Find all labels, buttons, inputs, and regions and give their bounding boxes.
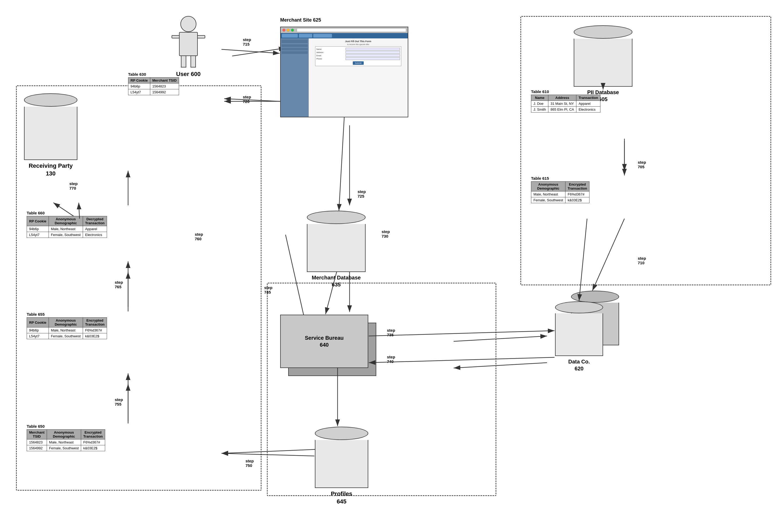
step-755-label: step755 bbox=[115, 397, 123, 406]
table-615: Table 615 AnonymousDemographic Encrypted… bbox=[531, 176, 589, 203]
user-node: User 600 bbox=[176, 16, 201, 78]
merchant-site-screenshot: Just Fill Out This Form to receive this … bbox=[280, 27, 408, 117]
step-745-label: step745 bbox=[264, 285, 273, 294]
right-dashed-box bbox=[520, 16, 771, 285]
diagram: User 600 Merchant Site 625 bbox=[0, 0, 784, 532]
merchant-database-cylinder: Merchant Database635 bbox=[307, 211, 366, 288]
step-710-label: step710 bbox=[638, 256, 646, 265]
svg-line-1 bbox=[232, 48, 285, 56]
receiving-party-cylinder: Receiving Party130 bbox=[24, 93, 77, 177]
step-720-label: step720 bbox=[243, 95, 251, 104]
merchant-site-label: Merchant Site 625 bbox=[280, 17, 321, 23]
table-655: Table 655 RP Cookie AnonymousDemographic… bbox=[27, 312, 107, 339]
step-770-label: step770 bbox=[69, 181, 78, 190]
user-label: User 600 bbox=[176, 71, 201, 78]
step-765-label: step765 bbox=[115, 280, 123, 289]
step-725-label: step725 bbox=[358, 189, 366, 198]
table-630: Table 630 RP Cookie Merchant TSID 94b6p1… bbox=[128, 72, 179, 95]
step-760-label: step760 bbox=[195, 232, 203, 241]
svg-line-16 bbox=[222, 49, 280, 53]
service-bureau-label: Service Bureau640 bbox=[305, 334, 344, 348]
step-730-label: step730 bbox=[382, 229, 390, 238]
step-715-label: step715 bbox=[243, 37, 251, 47]
table-660: Table 660 RP Cookie AnonymousDemographic… bbox=[27, 211, 107, 238]
table-610: Table 610 Name Address Transaction J. Do… bbox=[531, 89, 600, 113]
step-735-label: step735 bbox=[387, 328, 395, 337]
service-bureau-box: Service Bureau640 bbox=[280, 315, 368, 368]
step-705-label: step705 bbox=[638, 160, 646, 169]
step-740-label: step740 bbox=[387, 355, 395, 364]
table-650: Table 650 MerchantTSID AnonymousDemograp… bbox=[27, 424, 105, 451]
step-750-label: step750 bbox=[246, 459, 254, 468]
svg-line-18 bbox=[339, 117, 344, 211]
profiles-cylinder: Profiles645 bbox=[315, 427, 368, 505]
data-co-cylinder-front: Data Co.620 bbox=[555, 301, 603, 372]
